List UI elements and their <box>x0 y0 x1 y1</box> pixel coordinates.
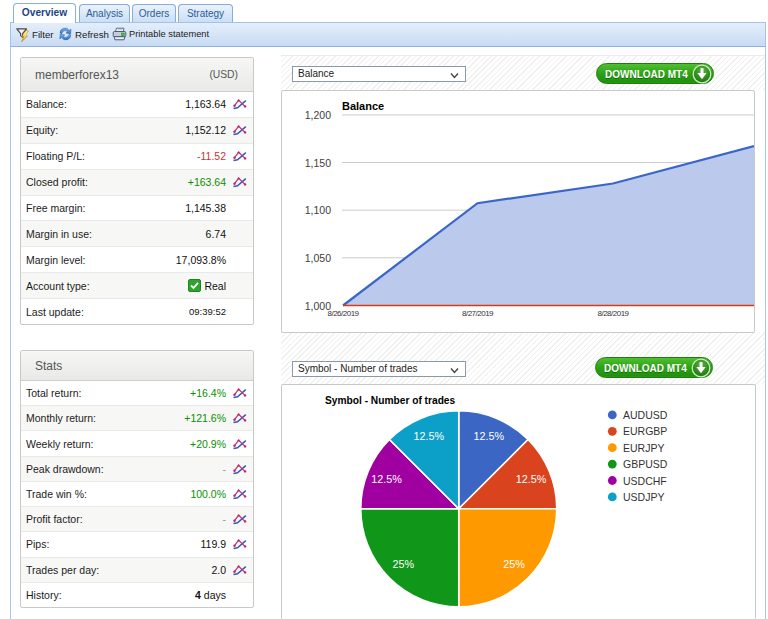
svg-text:8/27/2019: 8/27/2019 <box>462 309 494 318</box>
svg-text:12.5%: 12.5% <box>516 473 547 485</box>
svg-text:Symbol - Number of trades: Symbol - Number of trades <box>325 395 456 406</box>
svg-text:1,150: 1,150 <box>305 157 331 169</box>
svg-text:1,100: 1,100 <box>305 204 331 216</box>
svg-text:8/26/2019: 8/26/2019 <box>327 309 359 318</box>
svg-text:12.5%: 12.5% <box>371 473 402 485</box>
svg-text:GBPUSD: GBPUSD <box>623 458 668 470</box>
svg-text:EURJPY: EURJPY <box>623 442 664 454</box>
svg-text:EURGBP: EURGBP <box>623 425 667 437</box>
svg-text:AUDUSD: AUDUSD <box>623 409 668 421</box>
svg-text:25%: 25% <box>503 558 525 570</box>
svg-text:1,200: 1,200 <box>305 109 331 121</box>
svg-text:12.5%: 12.5% <box>473 430 504 442</box>
svg-text:25%: 25% <box>393 558 415 570</box>
svg-text:USDCHF: USDCHF <box>623 475 667 487</box>
svg-text:Balance: Balance <box>342 100 384 112</box>
svg-text:12.5%: 12.5% <box>413 430 444 442</box>
svg-text:USDJPY: USDJPY <box>623 491 664 503</box>
svg-text:1,050: 1,050 <box>305 252 331 264</box>
svg-text:8/28/2019: 8/28/2019 <box>597 309 629 318</box>
